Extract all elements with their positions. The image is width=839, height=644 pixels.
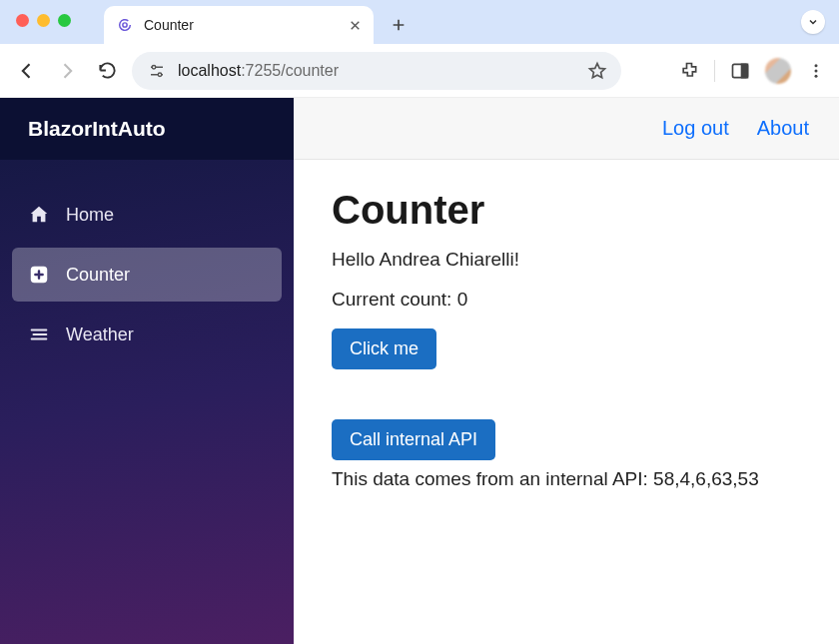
browser-tab-strip: Counter <box>0 0 839 44</box>
close-tab-icon[interactable] <box>349 19 362 32</box>
nav-item-counter[interactable]: Counter <box>12 248 282 302</box>
nav-menu: Home Counter Weather <box>0 160 294 361</box>
nav-label-counter: Counter <box>66 265 130 286</box>
call-api-button[interactable]: Call internal API <box>332 419 495 460</box>
plus-square-icon <box>28 264 50 286</box>
svg-point-2 <box>158 73 161 76</box>
site-settings-icon[interactable] <box>146 60 168 82</box>
nav-label-weather: Weather <box>66 324 134 345</box>
extensions-icon[interactable] <box>678 60 700 82</box>
menu-icon[interactable] <box>805 60 827 82</box>
svg-rect-4 <box>742 64 748 77</box>
browser-tab[interactable]: Counter <box>104 6 374 44</box>
back-button[interactable] <box>12 56 42 86</box>
about-link[interactable]: About <box>757 117 809 140</box>
nav-item-home[interactable]: Home <box>12 188 282 242</box>
bookmark-icon[interactable] <box>587 61 607 81</box>
url-host: localhost <box>178 62 241 79</box>
main-content: Counter Hello Andrea Chiarelli! Current … <box>294 160 839 536</box>
tab-title: Counter <box>144 17 339 33</box>
toolbar-divider <box>714 60 715 82</box>
list-icon <box>28 323 50 345</box>
svg-point-1 <box>152 65 155 68</box>
window-close-button[interactable] <box>16 14 29 27</box>
sidebar: BlazorIntAuto Home Counter Weather <box>0 98 294 644</box>
tabs-dropdown-button[interactable] <box>801 10 825 34</box>
blazor-favicon-icon <box>116 16 134 34</box>
window-maximize-button[interactable] <box>58 14 71 27</box>
nav-item-weather[interactable]: Weather <box>12 308 282 361</box>
api-result-text: This data comes from an internal API: 58… <box>332 468 801 490</box>
new-tab-button[interactable] <box>384 10 414 40</box>
home-icon <box>28 204 50 226</box>
reload-button[interactable] <box>92 56 122 86</box>
forward-button[interactable] <box>52 56 82 86</box>
brand-title: BlazorIntAuto <box>0 98 294 160</box>
address-bar[interactable]: localhost:7255/counter <box>132 52 621 90</box>
window-controls <box>16 14 71 27</box>
count-text: Current count: 0 <box>332 289 801 311</box>
svg-point-7 <box>815 74 818 77</box>
browser-toolbar: localhost:7255/counter <box>0 44 839 98</box>
click-me-button[interactable]: Click me <box>332 328 436 369</box>
svg-point-6 <box>815 69 818 72</box>
url-text: localhost:7255/counter <box>178 62 339 80</box>
nav-label-home: Home <box>66 205 114 226</box>
app-root: BlazorIntAuto Home Counter Weather <box>0 98 839 644</box>
content-area: Log out About Counter Hello Andrea Chiar… <box>294 98 839 644</box>
greeting-text: Hello Andrea Chiarelli! <box>332 249 801 271</box>
svg-point-0 <box>123 23 127 27</box>
svg-point-5 <box>815 64 818 67</box>
window-minimize-button[interactable] <box>37 14 50 27</box>
sidepanel-icon[interactable] <box>729 60 751 82</box>
url-path: :7255/counter <box>241 62 339 79</box>
profile-avatar[interactable] <box>765 58 791 84</box>
logout-link[interactable]: Log out <box>662 117 729 140</box>
app-topbar: Log out About <box>294 98 839 160</box>
page-title: Counter <box>332 188 801 233</box>
